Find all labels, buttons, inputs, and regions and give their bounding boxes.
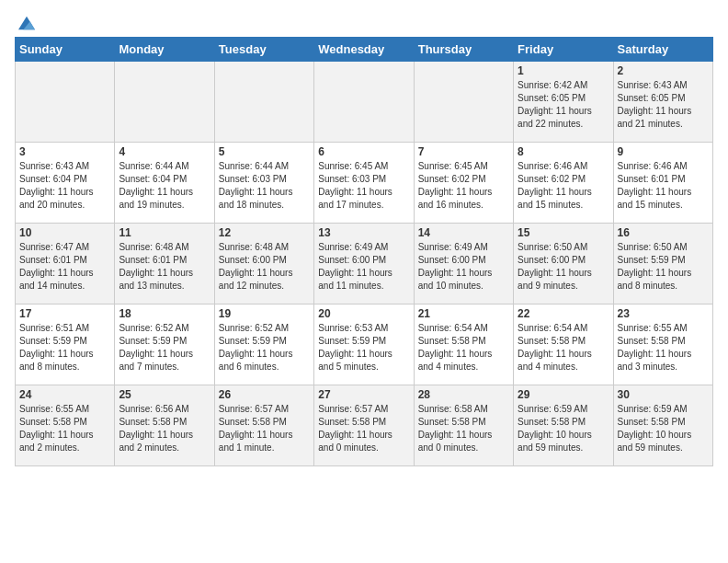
- day-number: 19: [219, 307, 310, 320]
- day-info: Sunrise: 6:51 AMSunset: 5:59 PMDaylight:…: [19, 322, 110, 373]
- day-number: 8: [518, 145, 609, 158]
- day-number: 15: [518, 226, 609, 239]
- calendar-day-cell: 30Sunrise: 6:59 AMSunset: 5:58 PMDayligh…: [613, 385, 712, 466]
- day-info: Sunrise: 6:59 AMSunset: 5:58 PMDaylight:…: [518, 403, 609, 454]
- calendar-day-cell: [214, 62, 313, 143]
- day-number: 2: [618, 64, 709, 77]
- day-info: Sunrise: 6:46 AMSunset: 6:02 PMDaylight:…: [518, 160, 609, 212]
- calendar-day-cell: 15Sunrise: 6:50 AMSunset: 6:00 PMDayligh…: [514, 224, 613, 304]
- day-info: Sunrise: 6:56 AMSunset: 5:58 PMDaylight:…: [119, 403, 210, 454]
- calendar-day-cell: 13Sunrise: 6:49 AMSunset: 6:00 PMDayligh…: [314, 224, 414, 304]
- logo: [15, 15, 37, 28]
- header-row: SundayMondayTuesdayWednesdayThursdayFrid…: [16, 38, 713, 62]
- day-of-week-header: Wednesday: [314, 38, 414, 62]
- day-number: 11: [119, 226, 210, 239]
- day-number: 18: [119, 307, 210, 320]
- calendar-day-cell: 24Sunrise: 6:55 AMSunset: 5:58 PMDayligh…: [16, 385, 115, 466]
- calendar-week-row: 3Sunrise: 6:43 AMSunset: 6:04 PMDaylight…: [16, 143, 713, 224]
- calendar-day-cell: 17Sunrise: 6:51 AMSunset: 5:59 PMDayligh…: [16, 304, 115, 385]
- day-number: 27: [318, 388, 409, 401]
- day-number: 30: [618, 388, 709, 401]
- logo-icon: [17, 15, 37, 31]
- calendar-day-cell: 5Sunrise: 6:44 AMSunset: 6:03 PMDaylight…: [214, 143, 313, 224]
- day-number: 24: [19, 388, 110, 401]
- calendar-day-cell: [414, 62, 513, 143]
- day-info: Sunrise: 6:58 AMSunset: 5:58 PMDaylight:…: [418, 403, 509, 454]
- day-info: Sunrise: 6:54 AMSunset: 5:58 PMDaylight:…: [518, 322, 609, 373]
- calendar-day-cell: 27Sunrise: 6:57 AMSunset: 5:58 PMDayligh…: [314, 385, 414, 466]
- day-info: Sunrise: 6:45 AMSunset: 6:03 PMDaylight:…: [318, 160, 409, 212]
- calendar-week-row: 1Sunrise: 6:42 AMSunset: 6:05 PMDaylight…: [16, 62, 713, 143]
- day-number: 22: [518, 307, 609, 320]
- day-info: Sunrise: 6:52 AMSunset: 5:59 PMDaylight:…: [119, 322, 210, 373]
- day-number: 26: [219, 388, 310, 401]
- calendar-day-cell: 21Sunrise: 6:54 AMSunset: 5:58 PMDayligh…: [414, 304, 513, 385]
- day-number: 13: [318, 226, 409, 239]
- calendar-day-cell: 2Sunrise: 6:43 AMSunset: 6:05 PMDaylight…: [613, 62, 712, 143]
- day-info: Sunrise: 6:49 AMSunset: 6:00 PMDaylight:…: [318, 241, 409, 293]
- day-of-week-header: Sunday: [16, 38, 115, 62]
- day-info: Sunrise: 6:53 AMSunset: 5:59 PMDaylight:…: [318, 322, 409, 373]
- day-number: 12: [219, 226, 310, 239]
- calendar-day-cell: 12Sunrise: 6:48 AMSunset: 6:00 PMDayligh…: [214, 224, 313, 304]
- day-number: 25: [119, 388, 210, 401]
- day-info: Sunrise: 6:45 AMSunset: 6:02 PMDaylight:…: [418, 160, 509, 212]
- calendar-day-cell: [115, 62, 214, 143]
- day-number: 9: [618, 145, 709, 158]
- day-info: Sunrise: 6:50 AMSunset: 5:59 PMDaylight:…: [618, 241, 709, 293]
- calendar-week-row: 24Sunrise: 6:55 AMSunset: 5:58 PMDayligh…: [16, 385, 713, 466]
- day-number: 5: [219, 145, 310, 158]
- calendar-day-cell: 6Sunrise: 6:45 AMSunset: 6:03 PMDaylight…: [314, 143, 414, 224]
- calendar-day-cell: 23Sunrise: 6:55 AMSunset: 5:58 PMDayligh…: [613, 304, 712, 385]
- calendar-day-cell: 16Sunrise: 6:50 AMSunset: 5:59 PMDayligh…: [613, 224, 712, 304]
- day-info: Sunrise: 6:49 AMSunset: 6:00 PMDaylight:…: [418, 241, 509, 293]
- day-number: 21: [418, 307, 509, 320]
- day-number: 10: [19, 226, 110, 239]
- day-info: Sunrise: 6:48 AMSunset: 6:01 PMDaylight:…: [119, 241, 210, 293]
- day-number: 7: [418, 145, 509, 158]
- calendar-day-cell: 3Sunrise: 6:43 AMSunset: 6:04 PMDaylight…: [16, 143, 115, 224]
- day-info: Sunrise: 6:44 AMSunset: 6:03 PMDaylight:…: [219, 160, 310, 212]
- day-info: Sunrise: 6:47 AMSunset: 6:01 PMDaylight:…: [19, 241, 110, 293]
- calendar-week-row: 10Sunrise: 6:47 AMSunset: 6:01 PMDayligh…: [16, 224, 713, 304]
- day-number: 4: [119, 145, 210, 158]
- day-info: Sunrise: 6:43 AMSunset: 6:04 PMDaylight:…: [19, 160, 110, 212]
- calendar-week-row: 17Sunrise: 6:51 AMSunset: 5:59 PMDayligh…: [16, 304, 713, 385]
- calendar-day-cell: 1Sunrise: 6:42 AMSunset: 6:05 PMDaylight…: [514, 62, 613, 143]
- day-number: 16: [618, 226, 709, 239]
- day-number: 3: [19, 145, 110, 158]
- day-info: Sunrise: 6:48 AMSunset: 6:00 PMDaylight:…: [219, 241, 310, 293]
- day-of-week-header: Monday: [115, 38, 214, 62]
- day-number: 1: [518, 64, 609, 77]
- day-info: Sunrise: 6:52 AMSunset: 5:59 PMDaylight:…: [219, 322, 310, 373]
- day-info: Sunrise: 6:42 AMSunset: 6:05 PMDaylight:…: [518, 79, 609, 131]
- day-of-week-header: Friday: [514, 38, 613, 62]
- header: [15, 15, 713, 28]
- calendar-day-cell: 22Sunrise: 6:54 AMSunset: 5:58 PMDayligh…: [514, 304, 613, 385]
- calendar-day-cell: 7Sunrise: 6:45 AMSunset: 6:02 PMDaylight…: [414, 143, 513, 224]
- calendar-day-cell: 29Sunrise: 6:59 AMSunset: 5:58 PMDayligh…: [514, 385, 613, 466]
- day-info: Sunrise: 6:46 AMSunset: 6:01 PMDaylight:…: [618, 160, 709, 212]
- calendar-day-cell: [314, 62, 414, 143]
- day-info: Sunrise: 6:43 AMSunset: 6:05 PMDaylight:…: [618, 79, 709, 131]
- day-info: Sunrise: 6:54 AMSunset: 5:58 PMDaylight:…: [418, 322, 509, 373]
- day-info: Sunrise: 6:55 AMSunset: 5:58 PMDaylight:…: [19, 403, 110, 454]
- day-of-week-header: Tuesday: [214, 38, 313, 62]
- day-number: 14: [418, 226, 509, 239]
- calendar-day-cell: 4Sunrise: 6:44 AMSunset: 6:04 PMDaylight…: [115, 143, 214, 224]
- day-info: Sunrise: 6:50 AMSunset: 6:00 PMDaylight:…: [518, 241, 609, 293]
- day-info: Sunrise: 6:44 AMSunset: 6:04 PMDaylight:…: [119, 160, 210, 212]
- day-number: 28: [418, 388, 509, 401]
- calendar-day-cell: 8Sunrise: 6:46 AMSunset: 6:02 PMDaylight…: [514, 143, 613, 224]
- day-of-week-header: Thursday: [414, 38, 513, 62]
- day-info: Sunrise: 6:55 AMSunset: 5:58 PMDaylight:…: [618, 322, 709, 373]
- calendar-day-cell: 11Sunrise: 6:48 AMSunset: 6:01 PMDayligh…: [115, 224, 214, 304]
- day-info: Sunrise: 6:59 AMSunset: 5:58 PMDaylight:…: [618, 403, 709, 454]
- day-number: 20: [318, 307, 409, 320]
- calendar-day-cell: 25Sunrise: 6:56 AMSunset: 5:58 PMDayligh…: [115, 385, 214, 466]
- day-number: 17: [19, 307, 110, 320]
- day-info: Sunrise: 6:57 AMSunset: 5:58 PMDaylight:…: [318, 403, 409, 454]
- calendar-table: SundayMondayTuesdayWednesdayThursdayFrid…: [15, 37, 713, 466]
- calendar-day-cell: 10Sunrise: 6:47 AMSunset: 6:01 PMDayligh…: [16, 224, 115, 304]
- calendar-day-cell: [16, 62, 115, 143]
